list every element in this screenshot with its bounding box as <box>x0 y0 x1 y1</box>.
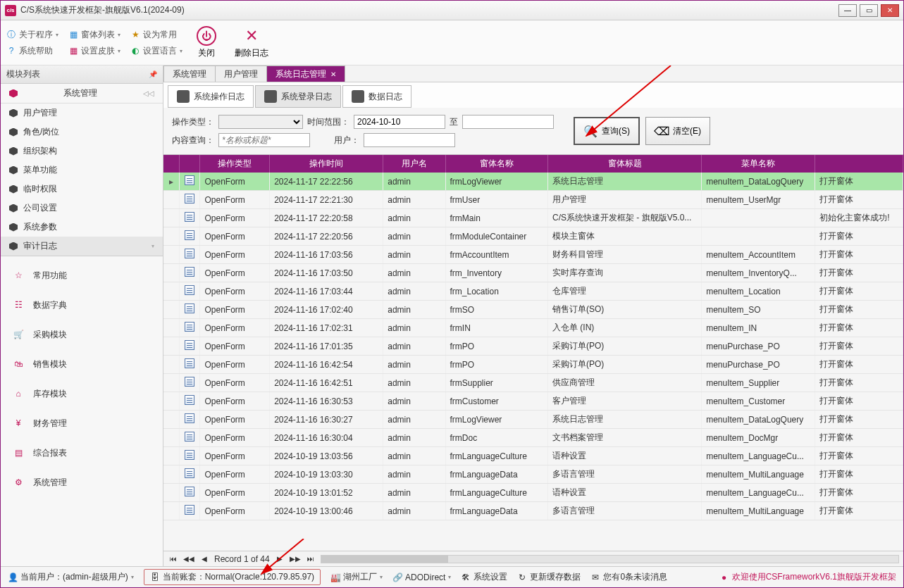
tab[interactable]: 系统日志管理✕ <box>266 65 345 82</box>
module-item[interactable]: 系统管理◁◁ <box>1 84 163 104</box>
subtab[interactable]: 系统操作日志 <box>168 85 254 108</box>
module-item[interactable]: 公司设置 <box>1 199 163 218</box>
cell-mname: 打开窗体 <box>815 502 903 520</box>
module-item[interactable]: 系统参数 <box>1 218 163 237</box>
column-header[interactable]: 操作类型 <box>200 155 270 173</box>
column-header[interactable]: 窗体名称 <box>445 155 547 173</box>
status-ado[interactable]: 🔗ADODirect▾ <box>392 573 451 582</box>
windows-list-button[interactable]: ▦窗体列表▾ <box>68 29 120 41</box>
search-button[interactable]: 🔍 查询(S) <box>574 117 640 145</box>
optype-select[interactable] <box>218 115 303 129</box>
cell-form: frmMain <box>445 209 547 227</box>
table-row[interactable]: ▸OpenForm2024-11-17 22:22:56adminfrmLogV… <box>163 173 903 191</box>
date-to-input[interactable] <box>462 115 554 129</box>
fav-icon: 🛒 <box>11 327 26 342</box>
language-button[interactable]: ◐设置语言▾ <box>130 45 182 57</box>
module-item[interactable]: 临时权限 <box>1 180 163 199</box>
close-window-button[interactable]: ✕ <box>881 4 899 17</box>
fav-label: 销售模块 <box>33 358 67 370</box>
cell-user: admin <box>383 392 445 411</box>
favorite-item[interactable]: ▤综合报表 <box>1 438 163 468</box>
table-row[interactable]: OpenForm2024-11-16 17:03:50adminfrm_Inve… <box>163 264 903 282</box>
pager-next-page[interactable]: ▶▶ <box>290 555 301 563</box>
table-row[interactable]: OpenForm2024-10-19 13:00:46adminfrmLangu… <box>163 502 903 520</box>
column-header[interactable] <box>815 155 903 173</box>
skin-button[interactable]: ▦设置皮肤▾ <box>68 45 120 57</box>
favorite-item[interactable]: ☆常用功能 <box>1 261 163 290</box>
tab[interactable]: 系统管理 <box>163 65 216 82</box>
tab-close-icon[interactable]: ✕ <box>330 70 336 78</box>
column-header[interactable]: 窗体标题 <box>547 155 701 173</box>
status-user[interactable]: 👤当前用户：(admin-超级用户)▾ <box>8 571 134 583</box>
table-row[interactable]: OpenForm2024-10-19 13:03:56adminfrmLangu… <box>163 447 903 465</box>
date-from-input[interactable] <box>354 115 445 129</box>
table-row[interactable]: OpenForm2024-11-16 16:42:54adminfrmPO采购订… <box>163 356 903 374</box>
table-row[interactable]: OpenForm2024-11-16 17:02:31adminfrmIN入仓单… <box>163 319 903 337</box>
column-header[interactable]: 用户名 <box>383 155 445 173</box>
table-row[interactable]: OpenForm2024-11-16 17:01:35adminfrmPO采购订… <box>163 337 903 356</box>
table-row[interactable]: OpenForm2024-11-16 17:03:56adminfrmAccou… <box>163 246 903 264</box>
pager-next[interactable]: ▶ <box>274 555 285 563</box>
table-row[interactable]: OpenForm2024-10-19 13:03:30adminfrmLangu… <box>163 465 903 484</box>
user-input[interactable] <box>364 133 455 147</box>
cell-mname: 打开窗体 <box>815 447 903 465</box>
table-row[interactable]: OpenForm2024-10-19 13:01:52adminfrmLangu… <box>163 484 903 502</box>
clear-icon: ⌫ <box>655 124 669 138</box>
status-refresh[interactable]: ↻更新缓存数据 <box>517 571 581 583</box>
row-indicator <box>163 319 180 337</box>
about-button[interactable]: ⓘ关于程序▾ <box>6 29 58 41</box>
table-row[interactable]: OpenForm2024-11-16 16:42:51adminfrmSuppl… <box>163 374 903 392</box>
pin-icon[interactable]: 📌 <box>149 70 157 78</box>
tab[interactable]: 用户管理 <box>215 65 267 82</box>
h-scrollbar[interactable] <box>321 555 899 563</box>
favorite-item[interactable]: ⚙系统管理 <box>1 468 163 497</box>
doc-icon <box>185 322 194 332</box>
table-row[interactable]: OpenForm2024-11-16 16:30:53adminfrmCusto… <box>163 392 903 411</box>
status-account[interactable]: 🗄当前账套：Normal(Oracle:120.79.85.97) <box>144 569 321 585</box>
favorite-item[interactable]: ¥财务管理 <box>1 408 163 438</box>
pager-last[interactable]: ⏭ <box>305 555 316 563</box>
status-settings[interactable]: 🛠系统设置 <box>461 571 507 583</box>
doc-icon <box>185 358 194 368</box>
favorite-item[interactable]: 🛒采购模块 <box>1 320 163 349</box>
minimize-button[interactable]: — <box>838 4 857 17</box>
set-default-button[interactable]: ★设为常用 <box>130 29 182 41</box>
pager-prev[interactable]: ◀ <box>199 555 210 563</box>
module-item[interactable]: 角色/岗位 <box>1 123 163 142</box>
log-grid[interactable]: 操作类型操作时间用户名窗体名称窗体标题菜单名称 ▸OpenForm2024-11… <box>163 154 903 551</box>
module-item[interactable]: 用户管理 <box>1 104 163 123</box>
delete-log-button[interactable]: ✕ 删除日志 <box>230 26 273 59</box>
timerange-label: 时间范围： <box>307 116 349 128</box>
module-item[interactable]: 审计日志▾ <box>1 237 163 256</box>
column-header[interactable]: 菜单名称 <box>702 155 815 173</box>
table-row[interactable]: OpenForm2024-11-17 22:21:30adminfrmUser用… <box>163 191 903 209</box>
subtab[interactable]: 数据日志 <box>342 85 411 108</box>
row-indicator <box>163 227 180 246</box>
column-header[interactable]: 操作时间 <box>270 155 383 173</box>
content-input[interactable] <box>218 133 310 147</box>
close-button[interactable]: ⏻ 关闭 <box>192 26 221 59</box>
module-item[interactable]: 组织架构 <box>1 142 163 161</box>
module-item[interactable]: 菜单功能 <box>1 161 163 180</box>
status-factory[interactable]: 🏭湖州工厂▾ <box>330 571 383 583</box>
cell-menu <box>702 209 815 227</box>
clear-button[interactable]: ⌫ 清空(E) <box>645 117 710 145</box>
table-row[interactable]: OpenForm2024-11-16 17:02:40adminfrmSO销售订… <box>163 301 903 319</box>
pager-first[interactable]: ⏮ <box>168 555 179 563</box>
pager-prev-page[interactable]: ◀◀ <box>183 555 194 563</box>
tabs: 系统管理用户管理系统日志管理✕ <box>163 65 903 82</box>
table-row[interactable]: OpenForm2024-11-16 17:03:44adminfrm_Loca… <box>163 282 903 301</box>
table-row[interactable]: OpenForm2024-11-17 22:20:56adminfrmModul… <box>163 227 903 246</box>
favorite-item[interactable]: ☷数据字典 <box>1 290 163 320</box>
favorite-item[interactable]: ⌂库存模块 <box>1 379 163 408</box>
subtab[interactable]: 系统登录日志 <box>255 85 341 108</box>
status-messages[interactable]: ✉您有0条未读消息 <box>590 571 667 583</box>
table-row[interactable]: OpenForm2024-11-17 22:20:58adminfrmMainC… <box>163 209 903 227</box>
favorite-item[interactable]: 🛍销售模块 <box>1 349 163 379</box>
table-row[interactable]: OpenForm2024-11-16 16:30:04adminfrmDoc文书… <box>163 429 903 447</box>
table-row[interactable]: OpenForm2024-11-16 16:30:27adminfrmLogVi… <box>163 411 903 429</box>
help-button[interactable]: ?系统帮助 <box>6 45 58 57</box>
cell-form: frmPO <box>445 356 547 374</box>
cell-time: 2024-11-16 17:02:40 <box>270 301 383 319</box>
maximize-button[interactable]: ▭ <box>860 4 878 17</box>
